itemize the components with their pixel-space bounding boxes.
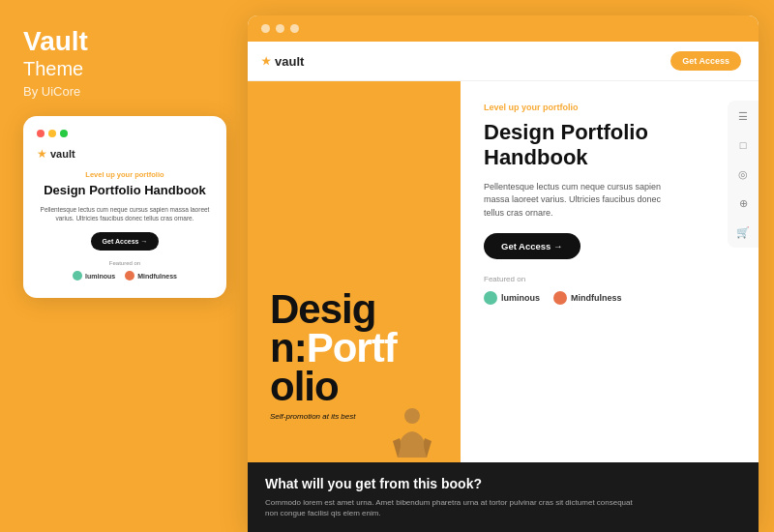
logo-mindfulness: Mindfulness bbox=[125, 271, 177, 281]
mockup-body-text: Pellentesque lectus cum neque cursus sap… bbox=[37, 205, 213, 222]
mockup-star-icon: ★ bbox=[37, 147, 47, 161]
book-title-line3: olio bbox=[270, 368, 339, 406]
right-panel: ★ vault Get Access Desig n:Portf olio Se… bbox=[240, 0, 774, 532]
sidebar-icon-5[interactable]: 🛒 bbox=[733, 222, 753, 242]
hero-section: Desig n:Portf olio Self-promotion at its… bbox=[248, 81, 759, 462]
mobile-mockup: ★ vault Level up your portfolio Design P… bbox=[23, 116, 226, 298]
mockup-logo: vault bbox=[50, 148, 75, 160]
book-cover: Desig n:Portf olio Self-promotion at its… bbox=[262, 250, 446, 462]
left-panel: Vault Theme By UiCore ★ vault Level up y… bbox=[0, 0, 240, 532]
mockup-dots bbox=[37, 130, 213, 137]
bottom-section: What will you get from this book? Commod… bbox=[248, 462, 759, 532]
site-logo: ★ vault bbox=[261, 54, 304, 69]
site-star-icon: ★ bbox=[261, 55, 271, 68]
hero-tagline: Level up your portfolio bbox=[484, 103, 739, 112]
mindfulness-icon bbox=[125, 271, 134, 281]
luminous-label: luminous bbox=[85, 273, 115, 280]
mockup-heading: Design Portfolio Handbook bbox=[37, 183, 213, 198]
hero-mindfulness-icon bbox=[553, 291, 567, 305]
sidebar-icon-1[interactable]: ☰ bbox=[733, 106, 753, 126]
mockup-dot-yellow bbox=[48, 130, 56, 137]
bottom-body-text: Commodo lorem est amet urna. Amet bibend… bbox=[265, 497, 633, 518]
browser-window: ★ vault Get Access Desig n:Portf olio Se… bbox=[248, 15, 759, 532]
book-cover-area: Desig n:Portf olio Self-promotion at its… bbox=[248, 81, 461, 462]
book-title-line1: Desig bbox=[270, 290, 375, 329]
site-logo-text: vault bbox=[275, 54, 304, 69]
browser-bar bbox=[248, 15, 759, 42]
hero-luminous-label: luminous bbox=[501, 293, 540, 303]
hero-logo-luminous: luminous bbox=[484, 291, 540, 305]
site-nav-cta-button[interactable]: Get Access bbox=[670, 51, 741, 71]
hero-body-text: Pellentesque lectus cum neque cursus sap… bbox=[484, 181, 677, 221]
hero-content: Level up your portfolio Design Portfolio… bbox=[461, 81, 759, 462]
mockup-featured-label: Featured on bbox=[37, 260, 213, 266]
hero-logos: luminous Mindfulness bbox=[484, 291, 739, 305]
browser-content: ★ vault Get Access Desig n:Portf olio Se… bbox=[248, 42, 759, 532]
mockup-dot-green bbox=[60, 130, 68, 137]
mockup-logos: luminous Mindfulness bbox=[37, 271, 213, 281]
sidebar-icon-4[interactable]: ⊕ bbox=[733, 193, 753, 213]
hero-luminous-icon bbox=[484, 291, 497, 305]
book-person-figure bbox=[388, 404, 436, 462]
mockup-nav: ★ vault bbox=[37, 147, 213, 161]
hero-heading: Design Portfolio Handbook bbox=[484, 120, 739, 171]
book-title-line2: n:Portf bbox=[270, 329, 397, 368]
bottom-heading: What will you get from this book? bbox=[265, 476, 741, 491]
hero-logo-mindfulness: Mindfulness bbox=[553, 291, 622, 305]
sidebar-icon-2[interactable]: □ bbox=[733, 135, 753, 155]
mockup-tagline: Level up your portfolio bbox=[37, 170, 213, 179]
browser-dot-3 bbox=[290, 24, 299, 33]
browser-dot-1 bbox=[261, 24, 270, 33]
hero-featured-label: Featured on bbox=[484, 275, 739, 283]
hero-cta-button[interactable]: Get Access → bbox=[484, 233, 580, 259]
luminous-icon bbox=[73, 271, 82, 281]
browser-dot-2 bbox=[276, 24, 284, 33]
logo-luminous: luminous bbox=[73, 271, 115, 281]
svg-point-0 bbox=[404, 408, 420, 424]
mockup-dot-red bbox=[37, 130, 45, 137]
mockup-get-access-button[interactable]: Get Access → bbox=[91, 232, 160, 251]
sidebar-icon-3[interactable]: ◎ bbox=[733, 164, 753, 184]
brand-by: By UiCore bbox=[23, 84, 88, 99]
brand-subtitle: Theme bbox=[23, 57, 88, 80]
brand-title: Vault bbox=[23, 27, 88, 57]
mindfulness-label: Mindfulness bbox=[137, 273, 177, 280]
site-nav: ★ vault Get Access bbox=[248, 42, 759, 81]
brand-block: Vault Theme By UiCore bbox=[23, 27, 88, 116]
hero-mindfulness-label: Mindfulness bbox=[571, 293, 622, 303]
book-subtitle: Self-promotion at its best bbox=[270, 412, 355, 421]
sidebar-icons: ☰ □ ◎ ⊕ 🛒 bbox=[728, 101, 759, 248]
